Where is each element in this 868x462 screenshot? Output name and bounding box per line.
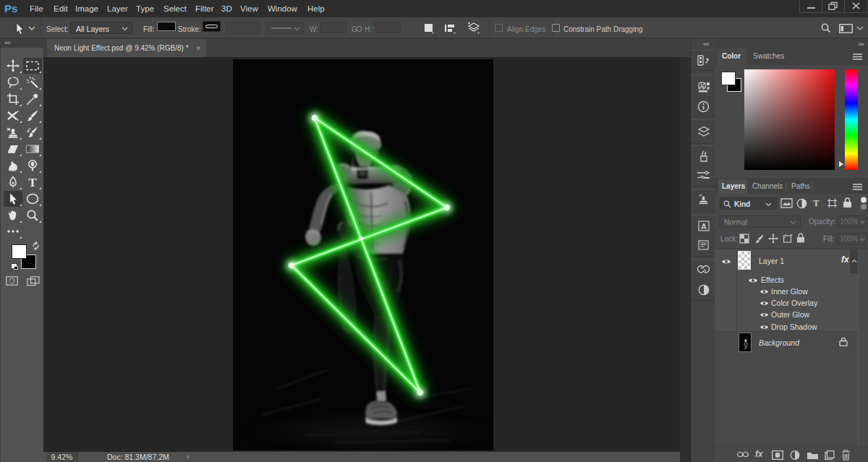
svg-text:A: A bbox=[701, 222, 707, 231]
svg-text:T: T bbox=[28, 176, 37, 189]
